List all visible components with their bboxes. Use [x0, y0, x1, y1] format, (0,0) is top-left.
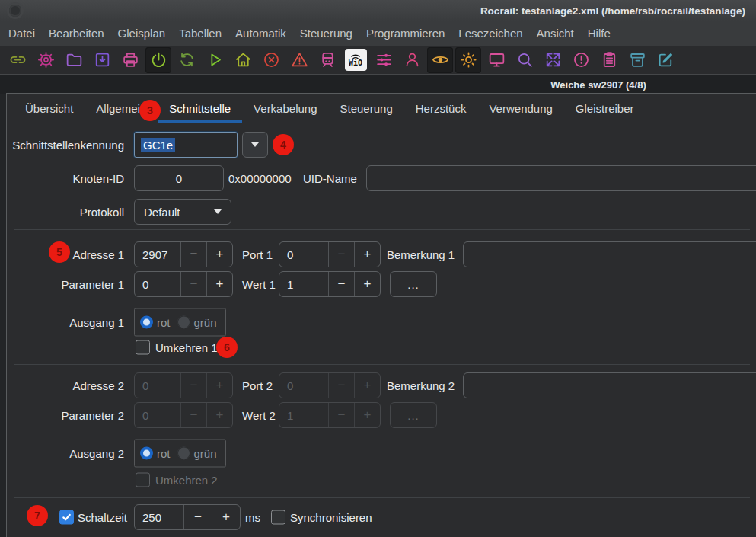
port1-label: Port 1 — [242, 248, 273, 261]
interface-id-value: GC1e — [141, 138, 175, 152]
schnittstelle-form: Schnittstellenkennung GC1e Knoten-ID 0 0… — [0, 0, 756, 537]
address2-plus-button: + — [206, 373, 232, 398]
chevron-down-icon — [251, 142, 259, 147]
annotation-badge-6: 6 — [216, 337, 238, 358]
address2-value: 0 — [135, 373, 180, 398]
value2-label: Wert 2 — [242, 409, 276, 422]
port2-minus-button: − — [328, 373, 354, 398]
invert1-label: Umkehren 1 — [155, 341, 218, 354]
parameter2-spinner: 0 − + — [134, 402, 233, 428]
switchtime-checkbox[interactable] — [59, 510, 74, 525]
uid-name-input[interactable] — [366, 165, 756, 191]
port1-value[interactable]: 0 — [279, 242, 328, 267]
port2-label: Port 2 — [242, 379, 273, 392]
switchtime-unit-label: ms — [245, 511, 260, 524]
separator — [14, 229, 750, 230]
remark1-label: Bemerkung 1 — [387, 248, 455, 261]
output1-radio-group: rot grün — [134, 308, 226, 336]
value1-spinner[interactable]: 1 − + — [279, 271, 381, 297]
remark2-label: Bemerkung 2 — [387, 379, 455, 392]
invert1-checkbox[interactable] — [136, 340, 150, 355]
output1-radio-green[interactable] — [177, 315, 190, 328]
protocol-select[interactable]: Default — [134, 199, 231, 225]
chevron-down-icon — [214, 209, 222, 214]
port1-minus-button[interactable]: − — [328, 242, 354, 267]
interface-id-dropdown-button[interactable] — [242, 132, 268, 158]
port1-plus-button[interactable]: + — [354, 242, 380, 267]
output2-red-label: rot — [157, 446, 171, 459]
address2-label: Adresse 2 — [0, 379, 124, 392]
value2-more-button: ... — [390, 402, 437, 428]
address2-minus-button: − — [180, 373, 206, 398]
value1-plus-button[interactable]: + — [354, 272, 380, 296]
address1-minus-button[interactable]: − — [180, 242, 206, 267]
rocrail-window: Rocrail: testanlage2.xml (/home/rsb/rocr… — [0, 0, 756, 537]
uid-name-label: UID-Name — [303, 172, 357, 185]
parameter1-minus-button[interactable]: − — [180, 272, 206, 296]
parameter1-spinner[interactable]: 0 − + — [134, 271, 233, 297]
value1-minus-button[interactable]: − — [328, 272, 354, 296]
address1-plus-button[interactable]: + — [206, 242, 232, 267]
output1-radio-red[interactable] — [140, 315, 153, 328]
output2-green-label: grün — [194, 446, 217, 459]
protocol-label: Protokoll — [0, 206, 124, 219]
remark1-input[interactable] — [463, 241, 756, 267]
value1-value[interactable]: 1 — [279, 272, 328, 296]
output2-radio-red[interactable] — [140, 446, 153, 459]
value2-plus-button: + — [354, 403, 380, 427]
annotation-badge-7: 7 — [27, 505, 48, 526]
annotation-badge-3: 3 — [139, 100, 161, 121]
switchtime-minus-button[interactable]: − — [183, 505, 212, 529]
invert2-checkbox — [136, 473, 150, 487]
separator — [14, 497, 750, 498]
address1-spinner[interactable]: 2907 − + — [134, 241, 233, 267]
parameter1-value[interactable]: 0 — [135, 272, 180, 296]
interface-id-combobox[interactable]: GC1e — [134, 132, 238, 158]
annotation-badge-5: 5 — [49, 241, 70, 263]
invert2-label: Umkehren 2 — [155, 474, 218, 487]
separator — [14, 364, 750, 365]
node-id-hex: 0x00000000 — [228, 172, 292, 185]
address2-spinner: 0 − + — [134, 372, 233, 398]
address1-value[interactable]: 2907 — [135, 242, 180, 267]
output2-radio-group: rot grün — [134, 439, 226, 467]
switchtime-value[interactable]: 250 — [135, 505, 183, 529]
port2-spinner: 0 − + — [279, 372, 381, 398]
value2-value: 1 — [279, 403, 328, 427]
switchtime-plus-button[interactable]: + — [212, 505, 240, 529]
value2-minus-button: − — [328, 403, 354, 427]
parameter2-label: Parameter 2 — [0, 409, 124, 422]
output1-green-label: grün — [194, 315, 217, 328]
parameter1-label: Parameter 1 — [0, 278, 124, 291]
switchtime-spinner[interactable]: 250 − + — [134, 504, 241, 530]
sync-checkbox[interactable] — [271, 510, 285, 525]
value1-more-button[interactable]: ... — [390, 271, 437, 297]
parameter2-plus-button: + — [206, 403, 232, 427]
parameter1-plus-button[interactable]: + — [206, 272, 232, 296]
output2-label: Ausgang 2 — [0, 446, 124, 459]
node-id-label: Knoten-ID — [0, 172, 124, 185]
remark2-input[interactable] — [463, 372, 756, 398]
interface-id-label: Schnittstellenkennung — [0, 139, 124, 152]
node-id-input[interactable]: 0 — [134, 165, 224, 191]
value2-spinner: 1 − + — [279, 402, 381, 428]
parameter2-minus-button: − — [180, 403, 206, 427]
value1-label: Wert 1 — [242, 278, 276, 291]
output1-red-label: rot — [157, 315, 171, 328]
output1-label: Ausgang 1 — [0, 315, 124, 328]
switchtime-label: Schaltzeit — [78, 511, 127, 524]
sync-label: Synchronisieren — [290, 511, 372, 524]
output2-radio-green[interactable] — [177, 446, 190, 459]
port1-spinner[interactable]: 0 − + — [279, 241, 381, 267]
port2-plus-button: + — [354, 373, 380, 398]
check-icon — [62, 513, 72, 523]
parameter2-value: 0 — [135, 403, 180, 427]
annotation-badge-4: 4 — [273, 134, 294, 155]
port2-value: 0 — [279, 373, 328, 398]
